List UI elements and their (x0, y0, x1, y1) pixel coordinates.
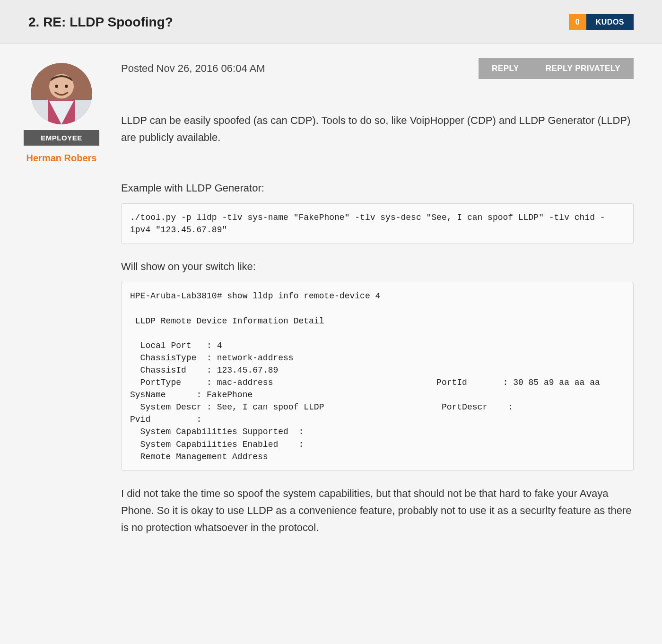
body-paragraph: I did not take the time so spoof the sys… (121, 485, 634, 537)
kudos-button[interactable]: KUDOS (586, 14, 634, 30)
post-header: 2. RE: LLDP Spoofing? 0 KUDOS (0, 0, 662, 44)
author-badge: EMPLOYEE (24, 130, 99, 146)
code-block: HPE-Aruba-Lab3810# show lldp info remote… (121, 282, 634, 470)
body-paragraph: LLDP can be easily spoofed (as can CDP).… (121, 112, 634, 147)
kudos-count: 0 (569, 14, 586, 30)
avatar[interactable] (31, 63, 92, 124)
post-title: 2. RE: LLDP Spoofing? (28, 15, 173, 30)
reply-button[interactable]: REPLY (479, 58, 532, 79)
post-content: Posted Nov 26, 2016 06:04 AM REPLY REPLY… (104, 58, 643, 554)
posted-timestamp: Posted Nov 26, 2016 06:04 AM (121, 62, 265, 75)
reply-button-group: REPLY REPLY PRIVATELY (479, 58, 634, 79)
kudos-widget: 0 KUDOS (569, 14, 634, 30)
svg-point-6 (65, 85, 68, 88)
code-block: ./tool.py -p lldp -tlv sys-name "FakePho… (121, 203, 634, 244)
author-column: EMPLOYEE Herman Robers (19, 58, 104, 554)
author-name[interactable]: Herman Robers (19, 152, 104, 164)
svg-point-5 (55, 85, 58, 88)
body-paragraph: Example with LLDP Generator: (121, 180, 634, 197)
body-paragraph: Will show on your switch like: (121, 258, 634, 275)
reply-privately-button[interactable]: REPLY PRIVATELY (532, 58, 634, 79)
